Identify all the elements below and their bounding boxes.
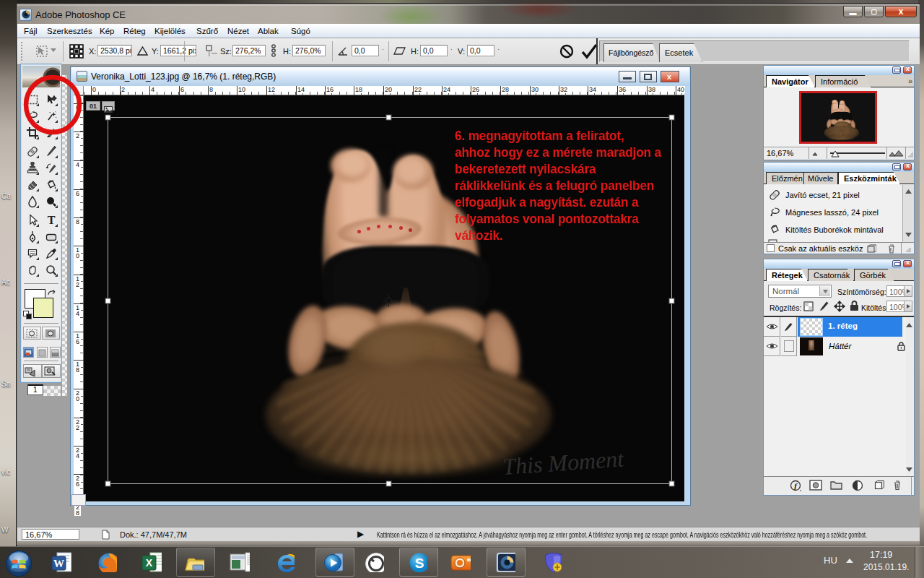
svg-text:S: S bbox=[415, 556, 424, 571]
svg-text:W: W bbox=[53, 558, 64, 569]
svg-text:f: f bbox=[794, 481, 798, 490]
svg-text:T: T bbox=[48, 214, 56, 226]
svg-text:X: X bbox=[146, 557, 153, 569]
